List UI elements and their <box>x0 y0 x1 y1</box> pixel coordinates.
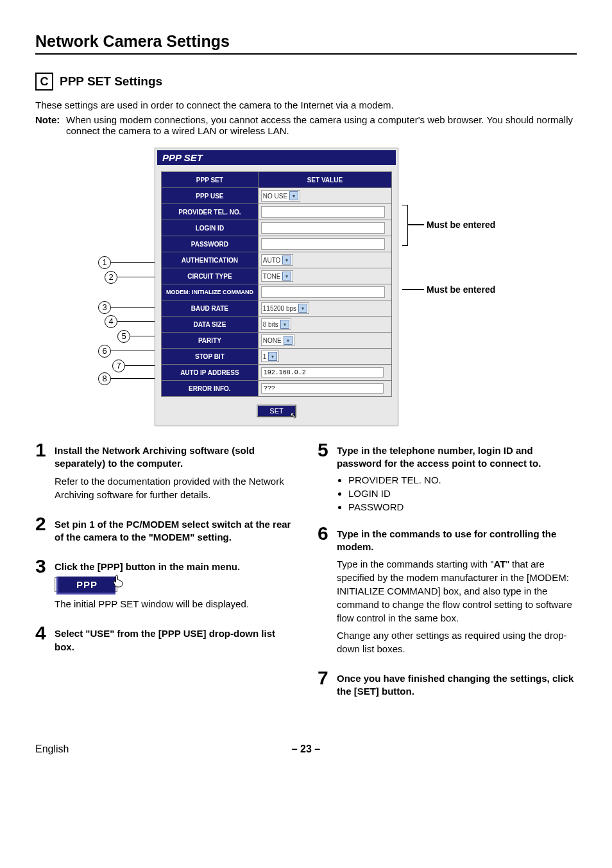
must-entered-1: Must be entered <box>427 220 495 230</box>
chevron-down-icon: ▾ <box>268 352 277 361</box>
note-label: Note: <box>35 114 66 136</box>
ppp-header-left: PPP SET <box>162 172 259 188</box>
callout-4: 4 <box>105 315 117 328</box>
hand-cursor-icon <box>112 574 125 591</box>
baud-rate-select[interactable]: 115200 bps▾ <box>261 302 309 314</box>
step-3-text: The initial PPP SET window will be displ… <box>55 597 294 611</box>
row-autoip-label: AUTO IP ADDRESS <box>162 365 259 381</box>
row-auth-label: AUTHENTICATION <box>162 252 259 268</box>
steps-columns: 1 Install the Network Archiving software… <box>35 440 577 711</box>
step-3-number: 3 <box>35 557 55 614</box>
step-5-bullets: PROVIDER TEL. NO. LOGIN ID PASSWORD <box>337 474 577 512</box>
step-6-head: Type in the commands to use for controll… <box>337 528 577 554</box>
circuit-type-select[interactable]: TONE▾ <box>261 270 294 282</box>
row-parity-label: PARITY <box>162 333 259 349</box>
intro-text: These settings are used in order to conn… <box>35 100 577 110</box>
callout-5: 5 <box>117 330 130 343</box>
callout-numbers-left: 1 2 3 4 5 6 7 8 <box>98 148 155 417</box>
callout-right: Must be entered Must be entered <box>398 148 514 417</box>
row-password-label: PASSWORD <box>162 236 259 252</box>
row-baud-label: BAUD RATE <box>162 300 259 317</box>
chevron-down-icon: ▾ <box>282 272 291 281</box>
modem-init-input[interactable] <box>261 286 385 298</box>
step-2-head: Set pin 1 of the PC/MODEM select switch … <box>55 518 294 544</box>
row-provider-tel-label: PROVIDER TEL. NO. <box>162 204 259 220</box>
callout-6: 6 <box>98 345 111 358</box>
chevron-down-icon: ▾ <box>280 320 289 329</box>
step-4-head: Select "USE" from the [PPP USE] drop-dow… <box>55 627 294 654</box>
password-input[interactable] <box>261 238 385 250</box>
note-text: When using modem connections, you cannot… <box>66 114 577 136</box>
right-column: 5 Type in the telephone number, login ID… <box>318 440 577 711</box>
note: Note: When using modem connections, you … <box>35 114 577 136</box>
bullet-login-id: LOGIN ID <box>348 488 577 499</box>
ppp-header-right: SET VALUE <box>258 172 391 188</box>
step-5-number: 5 <box>318 440 337 515</box>
step-6-text: Type in the commands starting with "AT" … <box>337 557 577 625</box>
page-title: Network Camera Settings <box>35 32 577 55</box>
error-info-value: ??? <box>261 383 384 394</box>
login-id-input[interactable] <box>261 222 385 234</box>
ppp-menu-button[interactable]: PPP <box>56 577 115 595</box>
chevron-down-icon: ▾ <box>298 304 307 313</box>
authentication-select[interactable]: AUTO▾ <box>261 254 294 266</box>
footer-page-number: – 23 – <box>292 743 320 755</box>
callout-2: 2 <box>105 271 117 284</box>
callout-3: 3 <box>98 301 111 314</box>
auto-ip-value: 192.168.0.2 <box>261 367 384 378</box>
row-error-label: ERROR INFO. <box>162 381 259 397</box>
ppp-table: PPP SET SET VALUE PPP USE NO USE▾ PROVID… <box>161 171 392 397</box>
parity-select[interactable]: NONE▾ <box>261 334 294 346</box>
page-footer: English – 23 – <box>35 743 577 755</box>
must-entered-2: Must be entered <box>427 284 495 295</box>
footer-language: English <box>35 743 69 754</box>
chevron-down-icon: ▾ <box>284 336 293 345</box>
ppp-set-panel: PPP SET PPP SET SET VALUE PPP USE NO USE… <box>155 148 398 426</box>
provider-tel-input[interactable] <box>261 206 385 218</box>
step-6-text2: Change any other settings as required us… <box>337 629 577 655</box>
section-letter-box: C <box>35 73 53 91</box>
left-column: 1 Install the Network Archiving software… <box>35 440 294 711</box>
section-title: PPP SET Settings <box>60 74 162 89</box>
bullet-provider-tel: PROVIDER TEL. NO. <box>348 474 577 485</box>
chevron-down-icon: ▾ <box>289 191 298 200</box>
chevron-down-icon: ▾ <box>282 256 291 265</box>
step-1-text: Refer to the documentation provided with… <box>55 474 294 501</box>
section-heading: C PPP SET Settings <box>35 73 577 91</box>
callout-8: 8 <box>98 372 111 385</box>
ppp-panel-title: PPP SET <box>157 150 396 165</box>
set-button[interactable]: SET ↖ <box>257 404 296 417</box>
row-ppp-use-label: PPP USE <box>162 188 259 204</box>
data-size-select[interactable]: 8 bits▾ <box>261 318 291 330</box>
row-stopbit-label: STOP BIT <box>162 349 259 365</box>
step-1-head: Install the Network Archiving software (… <box>55 444 294 471</box>
step-1-number: 1 <box>35 440 55 505</box>
ppp-use-select[interactable]: NO USE▾ <box>261 190 300 202</box>
step-2-number: 2 <box>35 514 55 548</box>
stop-bit-select[interactable]: 1▾ <box>261 351 280 362</box>
row-datasize-label: DATA SIZE <box>162 317 259 333</box>
step-7-head: Once you have finished changing the sett… <box>337 672 577 699</box>
row-login-id-label: LOGIN ID <box>162 220 259 236</box>
ppp-figure: 1 2 3 4 5 6 7 8 PPP SET PPP SET <box>35 148 577 426</box>
callout-7: 7 <box>112 360 125 372</box>
bullet-password: PASSWORD <box>348 501 577 512</box>
callout-1: 1 <box>98 256 111 269</box>
row-modem-init-label: MODEM: INITIALIZE COMMAND <box>162 284 259 300</box>
row-circuit-label: CIRCUIT TYPE <box>162 268 259 284</box>
step-6-number: 6 <box>318 524 337 660</box>
step-5-head: Type in the telephone number, login ID a… <box>337 444 577 471</box>
step-4-number: 4 <box>35 623 55 657</box>
step-7-number: 7 <box>318 668 337 702</box>
cursor-arrow-icon: ↖ <box>290 411 296 420</box>
step-3-head: Click the [PPP] button in the main menu. <box>55 560 294 573</box>
